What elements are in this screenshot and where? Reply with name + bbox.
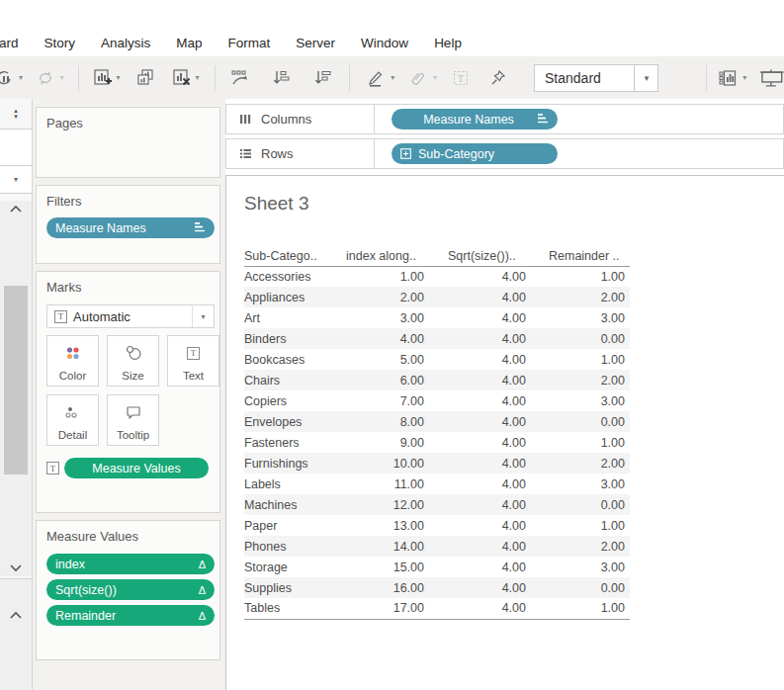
value-cell[interactable]: 4.00 xyxy=(448,536,549,557)
value-cell[interactable]: 7.00 xyxy=(346,390,448,411)
menu-dashboard[interactable]: ard xyxy=(0,36,32,50)
table-row[interactable]: Paper 13.00 4.00 1.00 xyxy=(244,515,630,536)
table-row[interactable]: Copiers 7.00 4.00 3.00 xyxy=(244,390,630,411)
caret-down-icon[interactable]: ▾ xyxy=(15,73,27,82)
value-cell[interactable]: 14.00 xyxy=(346,536,448,557)
value-cell[interactable]: 1.00 xyxy=(549,266,630,287)
chevron-up-icon[interactable] xyxy=(0,607,32,623)
caret-down-icon[interactable]: ▾ xyxy=(634,65,657,91)
row-header-cell[interactable]: Accessories xyxy=(244,266,346,287)
table-row[interactable]: Furnishings 10.00 4.00 2.00 xyxy=(244,453,630,474)
caret-down-icon[interactable]: ▾ xyxy=(192,305,214,327)
table-row[interactable]: Chairs 6.00 4.00 2.00 xyxy=(244,370,630,390)
value-cell[interactable]: 4.00 xyxy=(448,266,549,287)
value-cell[interactable]: 15.00 xyxy=(346,557,448,577)
table-row[interactable]: Storage 15.00 4.00 3.00 xyxy=(244,557,630,577)
value-cell[interactable]: 2.00 xyxy=(346,287,448,307)
value-cell[interactable]: 1.00 xyxy=(549,515,630,536)
size-button[interactable]: Size xyxy=(107,335,159,387)
presentation-mode-icon[interactable] xyxy=(758,63,784,93)
row-header-cell[interactable]: Labels xyxy=(244,474,346,494)
menu-window[interactable]: Window xyxy=(348,36,421,50)
value-cell[interactable]: 12.00 xyxy=(346,494,448,515)
row-header-cell[interactable]: Appliances xyxy=(244,287,346,307)
sort-descending-icon[interactable] xyxy=(311,63,333,93)
value-cell[interactable]: 0.00 xyxy=(549,411,630,432)
measure-pill-sqrt[interactable]: Sqrt(size()) Δ xyxy=(46,579,215,600)
caret-down-icon[interactable]: ▾ xyxy=(192,73,204,82)
value-cell[interactable]: 16.00 xyxy=(346,577,448,598)
value-cell[interactable]: 4.00 xyxy=(448,474,549,494)
menu-format[interactable]: Format xyxy=(216,36,284,50)
value-cell[interactable]: 1.00 xyxy=(346,266,448,287)
measure-pill-index[interactable]: index Δ xyxy=(46,554,215,574)
columns-pill-measure-names[interactable]: Measure Names xyxy=(392,109,558,129)
menu-story[interactable]: Story xyxy=(32,36,89,50)
value-cell[interactable]: 1.00 xyxy=(549,349,630,370)
row-header-cell[interactable]: Supplies xyxy=(244,577,346,598)
show-cards-icon[interactable] xyxy=(717,63,739,93)
plus-box-icon[interactable] xyxy=(400,148,411,159)
row-header-cell[interactable]: Tables xyxy=(244,598,346,619)
value-cell[interactable]: 1.00 xyxy=(549,432,630,453)
table-row[interactable]: Appliances 2.00 4.00 2.00 xyxy=(244,287,630,307)
value-cell[interactable]: 13.00 xyxy=(346,515,448,536)
row-header-cell[interactable]: Paper xyxy=(244,515,346,536)
value-cell[interactable]: 4.00 xyxy=(448,557,549,577)
value-cell[interactable]: 2.00 xyxy=(549,287,630,307)
row-header-cell[interactable]: Art xyxy=(244,307,346,328)
value-cell[interactable]: 4.00 xyxy=(448,390,549,411)
row-header-cell[interactable]: Bookcases xyxy=(244,349,346,370)
value-cell[interactable]: 3.00 xyxy=(549,390,630,411)
value-cell[interactable]: 2.00 xyxy=(549,536,630,557)
value-cell[interactable]: 3.00 xyxy=(346,307,448,328)
value-cell[interactable]: 4.00 xyxy=(448,577,549,598)
table-row[interactable]: Labels 11.00 4.00 3.00 xyxy=(244,474,630,494)
value-cell[interactable]: 2.00 xyxy=(549,453,630,474)
text-label-icon[interactable]: T xyxy=(450,63,472,93)
caret-down-icon[interactable]: ▾ xyxy=(739,73,750,82)
row-header-cell[interactable]: Envelopes xyxy=(244,411,346,432)
value-cell[interactable]: 4.00 xyxy=(448,494,549,515)
tooltip-button[interactable]: Tooltip xyxy=(107,394,159,446)
value-cell[interactable]: 4.00 xyxy=(448,515,549,536)
row-header-cell[interactable]: Phones xyxy=(244,536,346,557)
table-row[interactable]: Supplies 16.00 4.00 0.00 xyxy=(244,577,630,598)
filter-pill-measure-names[interactable]: Measure Names xyxy=(46,217,215,238)
chevron-down-icon[interactable] xyxy=(0,561,32,576)
paperclip-icon[interactable] xyxy=(407,63,429,93)
measure-pill-remainder[interactable]: Remainder Δ xyxy=(46,605,215,626)
caret-down-icon[interactable]: ▾ xyxy=(56,73,68,82)
text-button[interactable]: T Text xyxy=(167,335,219,387)
filters-card[interactable]: Filters Measure Names xyxy=(36,185,220,264)
row-header-cell[interactable]: Storage xyxy=(244,557,346,577)
menu-server[interactable]: Server xyxy=(283,36,348,50)
row-header-cell[interactable]: Copiers xyxy=(244,390,346,411)
caret-down-icon[interactable]: ▾ xyxy=(387,73,398,82)
pause-auto-updates-icon[interactable] xyxy=(0,63,15,93)
table-row[interactable]: Bookcases 5.00 4.00 1.00 xyxy=(244,349,630,370)
duplicate-sheet-icon[interactable] xyxy=(134,63,156,93)
rows-shelf[interactable]: Rows Sub-Category xyxy=(225,138,784,169)
pin-icon[interactable] xyxy=(487,63,509,93)
value-cell[interactable]: 4.00 xyxy=(448,411,549,432)
swap-rows-columns-icon[interactable] xyxy=(228,63,250,93)
clear-sheet-icon[interactable] xyxy=(170,63,192,93)
fit-select[interactable]: Standard ▾ xyxy=(534,64,658,92)
table-row[interactable]: Phones 14.00 4.00 2.00 xyxy=(244,536,630,557)
sort-ascending-icon[interactable] xyxy=(270,63,292,93)
table-row[interactable]: Art 3.00 4.00 3.00 xyxy=(244,307,630,328)
value-cell[interactable]: 17.00 xyxy=(346,598,448,619)
mark-type-dropdown[interactable]: T Automatic ▾ xyxy=(46,304,215,328)
table-row[interactable]: Machines 12.00 4.00 0.00 xyxy=(244,494,630,515)
value-cell[interactable]: 4.00 xyxy=(346,328,448,349)
value-cell[interactable]: 9.00 xyxy=(346,432,448,453)
caret-down-icon[interactable]: ▾ xyxy=(113,73,125,82)
column-header[interactable]: Remainder .. xyxy=(549,246,630,266)
value-cell[interactable]: 4.00 xyxy=(448,307,549,328)
value-cell[interactable]: 6.00 xyxy=(346,370,448,390)
rows-pill-sub-category[interactable]: Sub-Category xyxy=(392,143,558,164)
row-header-cell[interactable]: Fasteners xyxy=(244,432,346,453)
value-cell[interactable]: 4.00 xyxy=(448,349,549,370)
value-cell[interactable]: 4.00 xyxy=(448,287,549,307)
